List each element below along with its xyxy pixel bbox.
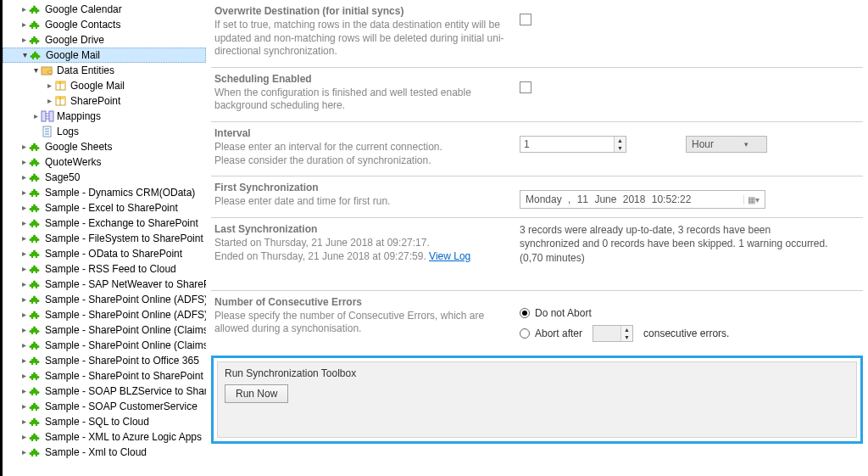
node-label: Google Calendar [43,3,122,15]
chevron-right-icon[interactable] [19,356,28,365]
node-label: Google Mail [69,80,125,92]
chevron-right-icon[interactable] [19,5,28,14]
first-sync-datetime[interactable]: Monday , 11 June 2018 10:52:22 ▦▾ [520,190,765,209]
node-sample[interactable]: Sample - SharePoint Online (ADFS) [3,307,206,322]
node-google-sheets[interactable]: Google Sheets [3,139,206,154]
settings-panel: Overwrite Destination (for initial syncs… [206,0,868,476]
chevron-right-icon[interactable] [19,341,28,350]
chevron-right-icon[interactable] [19,36,28,44]
radio-do-not-abort[interactable]: Do not Abort [520,305,592,322]
node-google-mail[interactable]: Google Mail [3,48,206,63]
spinner-arrows[interactable]: ▲▼ [620,326,632,341]
interval-value-input[interactable]: ▲▼ [520,136,626,153]
run-now-button[interactable]: Run Now [225,384,288,403]
node-label: Google Sheets [43,141,112,153]
abort-after-count[interactable]: ▲▼ [593,325,633,342]
run-toolbox-highlight: Run Synchronization Toolbox Run Now [211,356,863,444]
node-sample[interactable]: Sample - RSS Feed to Cloud [3,261,206,277]
section-overwrite: Overwrite Destination (for initial syncs… [211,0,863,67]
node-label: QuoteWerks [43,156,101,168]
overwrite-checkbox[interactable] [520,14,531,25]
chevron-down-icon[interactable] [31,66,40,75]
chevron-right-icon[interactable] [19,448,28,456]
arrow-up-icon: ▲ [621,326,632,333]
node-sample[interactable]: Sample - SQL to Cloud [3,414,206,429]
puzzle-icon [28,308,43,322]
radio-icon[interactable] [520,308,530,318]
spinner-arrows[interactable]: ▲▼ [614,137,626,152]
node-sample[interactable]: Sample - Xml to Cloud [3,445,206,460]
last-sync-ended: Ended on Thursday, 21 June 2018 at 09:27… [214,250,520,264]
section-title: Overwrite Destination (for initial syncs… [214,5,520,17]
node-label: Sample - SharePoint to Office 365 [43,355,199,367]
last-sync-started: Started on Thursday, 21 June 2018 at 09:… [214,237,520,250]
calendar-icon[interactable]: ▦▾ [743,195,760,204]
node-sample[interactable]: Sample - SOAP CustomerService [3,399,206,414]
svg-rect-9 [49,111,53,121]
chevron-right-icon[interactable] [19,311,28,319]
puzzle-icon [28,354,43,367]
node-sample[interactable]: Sample - Dynamics CRM(OData) [3,185,206,200]
node-sample[interactable]: Sample - SharePoint Online (ADFS) [3,292,206,307]
interval-unit-value: Hour [687,138,726,150]
node-google-calendar[interactable]: Google Calendar [3,2,206,17]
node-label: Sample - SharePoint Online (Claims) [43,339,206,351]
chevron-right-icon[interactable] [31,112,40,120]
node-sample[interactable]: Sample - SAP NetWeaver to SharePoint [3,277,206,292]
node-logs[interactable]: Logs [3,124,206,139]
chevron-right-icon[interactable] [19,417,28,426]
chevron-right-icon[interactable] [19,158,28,166]
puzzle-icon [28,415,43,428]
radio-icon[interactable] [520,328,530,339]
chevron-right-icon[interactable] [19,234,28,243]
node-sample[interactable]: Sample - SharePoint Online (Claims) [3,338,206,353]
toolbox-title: Run Synchronization Toolbox [225,367,849,379]
node-sage50[interactable]: Sage50 [3,170,206,185]
chevron-right-icon[interactable] [19,188,28,197]
node-mappings[interactable]: Mappings [3,109,206,124]
node-sample[interactable]: Sample - SharePoint Online (Claims) [3,322,206,338]
puzzle-icon [29,48,44,62]
node-sample[interactable]: Sample - SharePoint to SharePoint [3,368,206,384]
interval-unit-select[interactable]: Hour ▾ [686,136,767,153]
chevron-right-icon[interactable] [19,143,28,151]
node-sample[interactable]: Sample - XML to Azure Logic Apps [3,429,206,445]
node-google-contacts[interactable]: Google Contacts [3,17,206,32]
chevron-right-icon[interactable] [19,433,28,441]
chevron-right-icon[interactable] [45,81,53,90]
log-icon [40,125,55,138]
interval-value-field[interactable] [520,137,614,152]
chevron-right-icon[interactable] [19,387,28,395]
chevron-right-icon[interactable] [19,20,28,29]
node-sample[interactable]: Sample - SharePoint to Office 365 [3,353,206,368]
chevron-right-icon[interactable] [19,295,28,304]
chevron-right-icon[interactable] [19,402,28,411]
chevron-right-icon[interactable] [45,97,53,105]
chevron-right-icon[interactable] [19,280,28,288]
chevron-right-icon[interactable] [19,326,28,334]
chevron-right-icon[interactable] [19,372,28,380]
scheduling-checkbox[interactable] [520,81,531,93]
node-entity-sharepoint[interactable]: SharePoint [3,93,206,109]
chevron-right-icon[interactable] [19,219,28,227]
node-label: SharePoint [69,95,120,107]
chevron-right-icon[interactable] [19,265,28,273]
node-sample[interactable]: Sample - SOAP BLZService to SharePoint [3,384,206,399]
radio-abort-after[interactable]: Abort after ▲▼ consecutive errors. [520,325,729,342]
view-log-link[interactable]: View Log [429,250,470,262]
node-sample[interactable]: Sample - OData to SharePoint [3,246,206,261]
abort-after-field[interactable] [593,326,620,341]
node-quotewerks[interactable]: QuoteWerks [3,154,206,170]
chevron-right-icon[interactable] [19,173,28,182]
node-google-drive[interactable]: Google Drive [3,32,206,48]
node-sample[interactable]: Sample - FileSystem to SharePoint [3,231,206,246]
node-sample[interactable]: Sample - Exchange to SharePoint [3,216,206,231]
node-sample[interactable]: Sample - Excel to SharePoint [3,200,206,216]
chevron-right-icon[interactable] [19,204,28,212]
node-entity-google-mail[interactable]: Google Mail [3,78,206,93]
node-label: Sample - SharePoint Online (ADFS) [43,309,206,321]
svg-point-1 [47,71,53,74]
chevron-right-icon[interactable] [19,249,28,258]
node-data-entities[interactable]: Data Entities [3,63,206,78]
chevron-down-icon[interactable] [20,51,29,59]
